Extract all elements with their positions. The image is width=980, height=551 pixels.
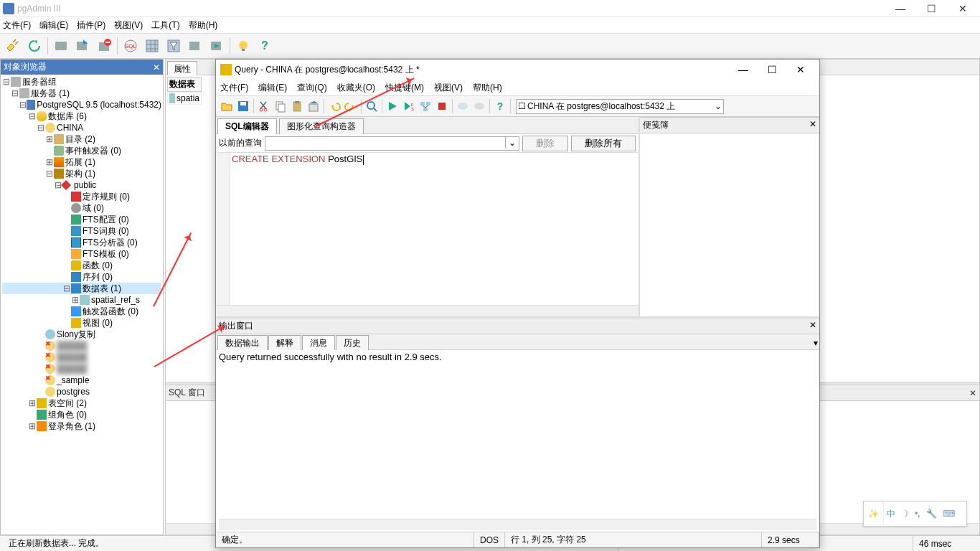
menu-edit[interactable]: 编辑(E) [39, 19, 68, 32]
delete-button[interactable]: 删除 [522, 136, 568, 151]
col-header-tables[interactable]: 数据表 [167, 77, 202, 92]
close-button[interactable]: ✕ [786, 64, 815, 75]
close-button[interactable]: ✕ [948, 3, 977, 14]
tree-collations[interactable]: 定序规则 (0) [83, 191, 130, 203]
menu-view[interactable]: 视图(V) [114, 19, 143, 32]
tree-ftsdict[interactable]: FTS词典 (0) [83, 225, 129, 237]
tree-tables[interactable]: 数据表 (1) [83, 283, 121, 295]
tree-spatial-ref[interactable]: spatial_ref_s [91, 295, 140, 305]
close-icon[interactable]: ✕ [809, 119, 816, 131]
output-messages[interactable]: Query returned successfully with no resu… [216, 350, 819, 532]
tree-triggerfn[interactable]: 触发器函数 (0) [83, 306, 138, 318]
tree-loginroles[interactable]: 登录角色 (1) [48, 420, 95, 433]
tab-data-output[interactable]: 数据输出 [217, 335, 268, 351]
expander-icon[interactable]: ⊞ [28, 398, 37, 408]
tree-db-blur3[interactable]: █████ [57, 364, 88, 374]
tree-ftsparser[interactable]: FTS分析器 (0) [83, 237, 138, 249]
ime-moon-icon[interactable]: ☽ [898, 509, 912, 519]
filter-icon[interactable] [164, 36, 184, 56]
menu-tools[interactable]: 工具(T) [151, 19, 179, 32]
execute-icon[interactable] [385, 98, 400, 114]
tree-db-postgres[interactable]: postgres [57, 387, 90, 397]
tree-functions[interactable]: 函数 (0) [83, 260, 113, 272]
help-icon[interactable]: ? [255, 36, 275, 56]
menu-file[interactable]: 文件(F) [3, 19, 31, 32]
close-icon[interactable]: ✕ [153, 62, 160, 72]
tree-ftscfg[interactable]: FTS配置 (0) [83, 214, 129, 226]
tree-sequences[interactable]: 序列 (0) [83, 271, 113, 283]
properties-icon[interactable] [51, 36, 71, 56]
expander-icon[interactable]: ⊟ [2, 77, 11, 87]
tree-servergroup[interactable]: 服务器组 [22, 76, 57, 88]
tree-db-blur1[interactable]: █████ [57, 341, 88, 351]
delete-all-button[interactable]: 删除所有 [571, 136, 636, 151]
help-icon[interactable]: ? [492, 98, 508, 114]
refresh-icon[interactable] [24, 36, 44, 56]
qmenu-help[interactable]: 帮助(H) [473, 82, 502, 94]
tree-slony[interactable]: Slony复制 [57, 329, 95, 341]
dropdown-icon[interactable]: ▾ [814, 338, 818, 348]
tree-tablespaces[interactable]: 表空间 (2) [48, 397, 87, 410]
explain-icon[interactable] [418, 98, 433, 114]
expander-icon[interactable]: ⊟ [28, 111, 37, 121]
expander-icon[interactable]: ⊞ [28, 421, 37, 431]
qmenu-fav[interactable]: 收藏夹(O) [337, 82, 375, 94]
maximize-button[interactable]: ☐ [758, 64, 786, 75]
expander-icon[interactable]: ⊟ [11, 88, 19, 98]
tab-properties[interactable]: 属性 [167, 61, 197, 77]
query-titlebar[interactable]: Query - CHINA 在 postgres@localhost:5432 … [216, 60, 819, 80]
expander-icon[interactable]: ⊞ [45, 157, 54, 167]
tree-event-triggers[interactable]: 事件触发器 (0) [65, 145, 121, 157]
expander-icon[interactable]: ⊟ [62, 283, 71, 293]
qmenu-query[interactable]: 查询(Q) [297, 82, 326, 94]
plug-icon[interactable] [3, 36, 23, 56]
ime-settings-icon[interactable]: 🔧 [923, 509, 940, 519]
sql-editor[interactable]: CREATE EXTENSION PostGIS [216, 153, 639, 316]
execute-pgscript-icon[interactable]: pS [401, 98, 417, 114]
grid-cell[interactable]: spatia [167, 92, 202, 105]
tree-extensions[interactable]: 拓展 (1) [65, 156, 95, 169]
commit-icon[interactable] [455, 98, 471, 114]
dropdown-icon[interactable]: ⌄ [715, 101, 722, 111]
rollback-icon[interactable] [471, 98, 487, 114]
scratchpad-body[interactable] [640, 133, 819, 316]
tree-postgres[interactable]: PostgreSQL 9.5 (localhost:5432) [37, 100, 161, 110]
tree-db-china[interactable]: CHINA [57, 123, 83, 133]
scrollbar-horizontal[interactable] [219, 519, 816, 530]
tab-graphical[interactable]: 图形化查询构造器 [279, 118, 364, 134]
ime-mode-letter[interactable]: 中 [884, 508, 898, 520]
hint-icon[interactable] [233, 36, 253, 56]
tree-servers[interactable]: 服务器 (1) [31, 88, 70, 100]
clear-icon[interactable] [306, 98, 321, 114]
minimize-button[interactable]: — [886, 3, 915, 14]
copy-icon[interactable] [273, 98, 288, 114]
connection-combo[interactable]: ☐ CHINA 在 postgres@localhost:5432 上 ⌄ [516, 99, 724, 114]
cancel-icon[interactable] [434, 98, 450, 114]
save-icon[interactable] [235, 98, 251, 114]
sql-icon[interactable]: SQL [121, 36, 141, 56]
tree-db-sample[interactable]: _sample [57, 375, 89, 385]
close-icon[interactable]: ✕ [809, 320, 816, 332]
menu-help[interactable]: 帮助(H) [189, 19, 218, 32]
tree-public[interactable]: public [74, 180, 96, 190]
tree-ftstmpl[interactable]: FTS模板 (0) [83, 248, 129, 260]
maximize-button[interactable]: ☐ [918, 3, 946, 14]
tree-views[interactable]: 视图 (0) [83, 317, 113, 329]
expander-icon[interactable]: ⊞ [45, 134, 54, 144]
open-icon[interactable] [219, 98, 235, 114]
object-tree[interactable]: ⊟服务器组 ⊟服务器 (1) ⊟PostgreSQL 9.5 (localhos… [1, 75, 163, 534]
execute-icon[interactable] [207, 36, 227, 56]
scrollbar-horizontal[interactable] [216, 305, 639, 316]
tree-catalogs[interactable]: 目录 (2) [65, 133, 95, 146]
grid-icon[interactable] [142, 36, 162, 56]
previous-query-combo[interactable]: ⌄ [265, 136, 519, 151]
tree-schemas[interactable]: 架构 (1) [65, 168, 95, 180]
tree-domains[interactable]: 域 (0) [83, 202, 104, 215]
tree-databases[interactable]: 数据库 (6) [48, 110, 87, 123]
close-icon[interactable]: ✕ [969, 388, 976, 398]
tree-grouproles[interactable]: 组角色 (0) [48, 409, 87, 421]
tree-db-blur2[interactable]: █████ [57, 352, 88, 362]
expander-icon[interactable]: ⊟ [45, 169, 54, 179]
qmenu-view[interactable]: 视图(V) [434, 82, 463, 94]
editor-code[interactable]: CREATE EXTENSION PostGIS [230, 153, 639, 316]
